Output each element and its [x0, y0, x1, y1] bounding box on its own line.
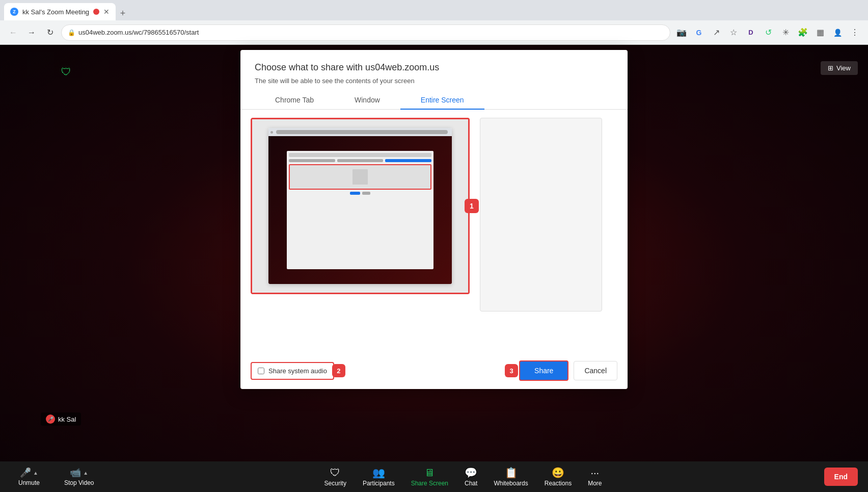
screen-preview-1	[252, 119, 468, 293]
participants-icon: 👥	[372, 467, 385, 479]
new-tab-button[interactable]: +	[116, 6, 130, 20]
back-button[interactable]: ←	[6, 25, 20, 40]
video-chevron[interactable]: ▲	[83, 470, 88, 476]
mic-chevron[interactable]: ▲	[33, 470, 38, 476]
unmute-button[interactable]: 🎤 ▲ Unmute	[10, 467, 48, 486]
footer-buttons: 3 Share Cancel	[519, 360, 617, 381]
security-button[interactable]: 🛡 Security	[316, 467, 355, 487]
share-audio-label: Share system audio	[268, 367, 327, 375]
toolbar-left: 🎤 ▲ Unmute 📹 ▲ Stop Video	[10, 467, 102, 486]
share-screen-dialog: Choose what to share with us04web.zoom.u…	[240, 50, 628, 389]
chat-icon: 💬	[465, 467, 477, 479]
camera-icon[interactable]: 📷	[674, 25, 689, 40]
user-avatar[interactable]: 👤	[830, 25, 845, 40]
recording-dot	[93, 9, 99, 15]
mini-browser-content	[268, 136, 452, 284]
chat-button[interactable]: 💬 Chat	[456, 467, 485, 487]
forward-button[interactable]: →	[24, 25, 39, 40]
tab-entire-screen[interactable]: Entire Screen	[400, 91, 484, 109]
active-tab[interactable]: Z kk Sal's Zoom Meeting ✕	[4, 3, 116, 20]
share-icon[interactable]: ↗	[709, 25, 723, 40]
chrome-tab-bar: Z kk Sal's Zoom Meeting ✕ +	[0, 0, 868, 20]
mini-browser-bar	[268, 128, 452, 136]
mini-meeting-view	[268, 136, 452, 284]
share-screen-icon: 🖥	[424, 467, 435, 479]
annotation-badge-3: 3	[505, 364, 518, 377]
toolbar-icons: 📷 G ↗ ☆ D ↺ ✳ 🧩 ▦ 👤 ⋮	[674, 25, 862, 40]
security-icon: 🛡	[330, 467, 340, 479]
chrome-frame: Z kk Sal's Zoom Meeting ✕ + ← → ↻ 🔒 us04…	[0, 0, 868, 45]
zoom-favicon: Z	[10, 8, 18, 16]
whiteboard-icon: 📋	[505, 467, 518, 479]
chrome-toolbar: ← → ↻ 🔒 us04web.zoom.us/wc/79865516570/s…	[0, 20, 868, 45]
bottom-toolbar: 🎤 ▲ Unmute 📹 ▲ Stop Video 🛡 Security 👥 P…	[0, 461, 868, 492]
video-icon: 📹 ▲	[70, 467, 88, 478]
dialog-content: 1	[240, 110, 628, 354]
dialog-tabs: Chrome Tab Window Entire Screen	[240, 91, 628, 110]
reactions-icon: 😀	[552, 467, 564, 479]
more-button[interactable]: ··· More	[580, 467, 610, 487]
address-bar[interactable]: 🔒 us04web.zoom.us/wc/79865516570/start	[61, 24, 670, 41]
lock-icon: 🔒	[68, 29, 75, 36]
share-audio-checkbox[interactable]	[258, 368, 264, 374]
layout-icon[interactable]: ▦	[813, 25, 827, 40]
mini-dialog	[287, 151, 433, 269]
puzzle-icon[interactable]: 🧩	[796, 25, 810, 40]
toolbar-center: 🛡 Security 👥 Participants 🖥 Share Screen…	[102, 467, 824, 487]
dialog-title: Choose what to share with us04web.zoom.u…	[255, 62, 613, 73]
toolbar-right: End	[824, 468, 858, 486]
cancel-button[interactable]: Cancel	[574, 361, 617, 380]
dialog-footer: Share system audio 2 3 Share Cancel	[240, 354, 628, 389]
mic-icon: 🎤 ▲	[20, 467, 38, 478]
mini-browser-preview	[268, 128, 452, 284]
dialog-overlay: Choose what to share with us04web.zoom.u…	[0, 45, 868, 461]
reactions-button[interactable]: 😀 Reactions	[536, 467, 580, 487]
participants-button[interactable]: 👥 Participants	[355, 467, 403, 487]
tab-chrome[interactable]: Chrome Tab	[255, 91, 334, 109]
menu-button[interactable]: ⋮	[848, 25, 862, 40]
stop-video-button[interactable]: 📹 ▲ Stop Video	[56, 467, 102, 486]
tab-window[interactable]: Window	[334, 91, 400, 109]
tab-title: kk Sal's Zoom Meeting	[22, 8, 89, 16]
dialog-header: Choose what to share with us04web.zoom.u…	[240, 50, 628, 91]
annotation-badge-2: 2	[332, 364, 345, 377]
audio-option-container: Share system audio 2	[251, 362, 334, 380]
annotation-badge-1: 1	[465, 199, 479, 213]
extension1-icon[interactable]: D	[744, 25, 758, 40]
whiteboards-button[interactable]: 📋 Whiteboards	[485, 467, 536, 487]
url-text: us04web.zoom.us/wc/79865516570/start	[78, 29, 199, 36]
extension3-icon[interactable]: ✳	[778, 25, 793, 40]
screen-option-1[interactable]	[251, 118, 470, 294]
share-button[interactable]: Share	[519, 360, 568, 381]
bookmark-icon[interactable]: ☆	[726, 25, 741, 40]
end-button[interactable]: End	[824, 468, 858, 486]
screen-option-2[interactable]	[480, 118, 602, 312]
more-icon: ···	[590, 467, 599, 479]
tab-close-button[interactable]: ✕	[103, 8, 110, 16]
dialog-subtitle: The site will be able to see the content…	[255, 77, 613, 85]
reload-button[interactable]: ↻	[43, 25, 57, 40]
google-icon[interactable]: G	[692, 25, 706, 40]
share-screen-button[interactable]: 🖥 Share Screen	[403, 467, 456, 487]
extension2-icon[interactable]: ↺	[761, 25, 775, 40]
